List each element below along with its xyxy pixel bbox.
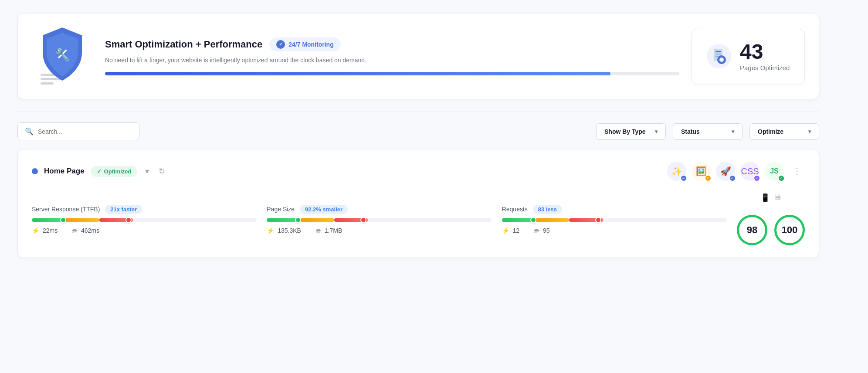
svg-rect-14 <box>717 59 719 60</box>
monitoring-label: 24/7 Monitoring <box>288 41 333 48</box>
ttfb-dot-red <box>125 217 132 223</box>
hero-content: Smart Optimization + Performance ✓ 24/7 … <box>105 37 679 75</box>
cloud-icon-3: 🌧 <box>533 227 539 234</box>
pages-icon <box>706 43 732 69</box>
svg-rect-12 <box>721 55 722 57</box>
requests-values: ⚡ 12 🌧 95 <box>502 227 726 234</box>
page-row-header: Home Page ✓ Optimized ▾ ↻ ✨ ✓ 🖼️ ✓ <box>32 162 805 181</box>
page-icons-row: ✨ ✓ 🖼️ ✓ 🚀 ✓ CSS ✓ <box>667 162 805 181</box>
divider-1 <box>17 112 819 112</box>
svg-rect-2 <box>41 82 54 85</box>
page-size-label: Page Size 92.2% smaller <box>267 205 491 214</box>
pages-optimized-card: 43 Pages Optimized <box>692 29 805 84</box>
page-size-metric: Page Size 92.2% smaller ⚡ 135.3KB <box>267 205 502 234</box>
feature-check-blue: ✓ <box>680 175 687 182</box>
page-size-orange-seg <box>301 218 334 222</box>
page-size-optimized: ⚡ 135.3KB <box>267 227 301 234</box>
ttfb-dot-green <box>60 217 66 223</box>
js-feature-icon: JS ✓ <box>765 162 784 181</box>
optimized-badge: ✓ Optimized <box>91 166 138 177</box>
feature-check-green: ✓ <box>778 175 785 182</box>
lightning-icon: ⚡ <box>32 227 39 234</box>
rocket-feature-icon: 🚀 ✓ <box>716 162 735 181</box>
optimize-label: Optimize <box>758 128 783 135</box>
requests-dot-green <box>530 217 536 223</box>
svg-text:🔧: 🔧 <box>55 47 70 62</box>
hero-description: No need to lift a finger, your website i… <box>105 56 679 65</box>
svg-rect-7 <box>715 51 721 52</box>
feature-check-gold: ✓ <box>705 175 712 182</box>
search-icon: 🔍 <box>25 127 34 136</box>
requests-dot-red <box>595 217 601 223</box>
page-name: Home Page <box>44 167 85 176</box>
pages-count: 43 <box>740 41 790 62</box>
page-size-values: ⚡ 135.3KB 🌧 1.7MB <box>267 227 491 234</box>
ttfb-original: 🌧 462ms <box>71 227 99 234</box>
ttfb-label: Server Response (TTFB) 21x faster <box>32 205 256 214</box>
requests-optimized: ⚡ 12 <box>502 227 519 234</box>
hero-title-row: Smart Optimization + Performance ✓ 24/7 … <box>105 37 679 51</box>
optimize-button[interactable]: Optimize ▾ <box>749 123 819 140</box>
mobile-icon: 📱 <box>760 193 770 203</box>
desktop-score-circle: 100 <box>774 215 805 245</box>
requests-orange-seg <box>536 218 569 222</box>
refresh-button[interactable]: ↻ <box>157 165 167 178</box>
page-size-original: 🌧 1.7MB <box>315 227 342 234</box>
search-box[interactable]: 🔍 <box>17 122 139 140</box>
status-button[interactable]: Status ▾ <box>673 123 743 140</box>
pages-count-block: 43 Pages Optimized <box>740 41 790 71</box>
optimized-label: Optimized <box>104 168 132 175</box>
status-label: Status <box>681 128 700 135</box>
image-feature-icon: 🖼️ ✓ <box>692 162 711 181</box>
css-feature-icon: CSS ✓ <box>740 162 760 181</box>
hero-shield-icon: ✕ 🔧 <box>32 26 93 87</box>
feature-check-purple: ✓ <box>753 175 760 182</box>
lightning-icon-3: ⚡ <box>502 227 509 234</box>
magic-feature-icon: ✨ ✓ <box>667 162 686 181</box>
svg-rect-13 <box>721 62 722 64</box>
chevron-down-icon: ▾ <box>655 129 658 135</box>
svg-rect-8 <box>715 54 721 54</box>
ttfb-values: ⚡ 22ms 🌧 462ms <box>32 227 256 234</box>
show-by-type-label: Show By Type <box>604 128 646 135</box>
main-container: ✕ 🔧 Smart Optimization + Performance ✓ 2… <box>0 0 837 271</box>
ttfb-orange-seg <box>65 218 99 222</box>
progress-bar <box>105 72 679 75</box>
ttfb-progress <box>32 218 256 222</box>
device-icons-row: 📱 🖥 <box>760 193 781 203</box>
progress-bar-fill <box>105 72 610 75</box>
search-input[interactable] <box>38 128 132 135</box>
more-options-button[interactable]: ⋮ <box>789 164 805 178</box>
hero-title: Smart Optimization + Performance <box>105 39 262 50</box>
requests-badge: 83 less <box>533 205 562 214</box>
feature-check-blue-2: ✓ <box>729 175 736 182</box>
expand-button[interactable]: ▾ <box>143 165 151 178</box>
table-card: Home Page ✓ Optimized ▾ ↻ ✨ ✓ 🖼️ ✓ <box>17 149 819 258</box>
requests-progress <box>502 218 726 222</box>
mobile-score: 98 <box>747 224 757 236</box>
page-size-badge: 92.2% smaller <box>300 205 348 214</box>
blue-dot-indicator <box>32 168 38 174</box>
ttfb-badge: 21x faster <box>105 205 142 214</box>
hero-card: ✕ 🔧 Smart Optimization + Performance ✓ 2… <box>17 13 819 99</box>
svg-rect-15 <box>724 59 726 60</box>
show-by-type-button[interactable]: Show By Type ▾ <box>596 123 666 140</box>
metrics-row: Server Response (TTFB) 21x faster ⚡ 22ms <box>32 193 805 245</box>
scores-block: 📱 🖥 98 100 <box>737 193 805 245</box>
chevron-down-icon-3: ▾ <box>808 129 811 135</box>
desktop-score: 100 <box>782 224 798 236</box>
monitoring-check-icon: ✓ <box>276 40 285 49</box>
lightning-icon-2: ⚡ <box>267 227 274 234</box>
score-circles: 98 100 <box>737 215 805 245</box>
requests-original: 🌧 95 <box>533 227 549 234</box>
requests-label: Requests 83 less <box>502 205 726 214</box>
check-icon: ✓ <box>97 168 102 175</box>
monitoring-badge: ✓ 24/7 Monitoring <box>269 37 340 51</box>
ttfb-optimized: ⚡ 22ms <box>32 227 58 234</box>
svg-rect-9 <box>715 56 719 57</box>
requests-metric: Requests 83 less ⚡ 12 🌧 <box>502 205 737 234</box>
filters-row: 🔍 Show By Type ▾ Status ▾ Optimize ▾ <box>17 122 819 140</box>
mobile-score-circle: 98 <box>737 215 767 245</box>
ttfb-metric: Server Response (TTFB) 21x faster ⚡ 22ms <box>32 205 267 234</box>
svg-point-11 <box>719 58 724 62</box>
